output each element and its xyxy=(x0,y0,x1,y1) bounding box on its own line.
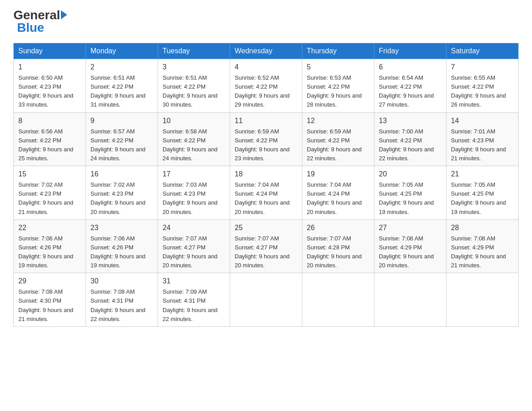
calendar-cell: 13 Sunrise: 7:00 AM Sunset: 4:22 PM Dayl… xyxy=(374,112,446,166)
calendar-cell: 24 Sunrise: 7:07 AM Sunset: 4:27 PM Dayl… xyxy=(158,219,230,273)
calendar-weekday-friday: Friday xyxy=(374,43,446,59)
calendar-cell: 2 Sunrise: 6:51 AM Sunset: 4:22 PM Dayli… xyxy=(86,59,158,113)
day-number: 9 xyxy=(90,116,153,126)
day-info: Sunrise: 7:09 AM Sunset: 4:31 PM Dayligh… xyxy=(163,287,225,324)
calendar-cell: 14 Sunrise: 7:01 AM Sunset: 4:23 PM Dayl… xyxy=(446,112,519,166)
calendar-cell: 23 Sunrise: 7:06 AM Sunset: 4:26 PM Dayl… xyxy=(86,219,158,273)
calendar-cell xyxy=(374,273,446,327)
calendar-weekday-thursday: Thursday xyxy=(302,43,374,59)
day-number: 31 xyxy=(163,276,225,287)
day-info: Sunrise: 6:58 AM Sunset: 4:22 PM Dayligh… xyxy=(163,127,225,163)
day-number: 6 xyxy=(379,62,442,73)
day-info: Sunrise: 7:02 AM Sunset: 4:23 PM Dayligh… xyxy=(18,180,81,217)
logo-arrow-icon xyxy=(61,10,67,19)
day-number: 25 xyxy=(235,223,297,233)
day-number: 13 xyxy=(379,116,442,126)
calendar-cell: 19 Sunrise: 7:04 AM Sunset: 4:24 PM Dayl… xyxy=(302,166,374,220)
calendar-cell: 25 Sunrise: 7:07 AM Sunset: 4:27 PM Dayl… xyxy=(230,219,302,273)
day-number: 2 xyxy=(90,62,153,73)
calendar-cell: 6 Sunrise: 6:54 AM Sunset: 4:22 PM Dayli… xyxy=(374,59,446,113)
calendar-cell xyxy=(302,273,374,327)
calendar-cell: 7 Sunrise: 6:55 AM Sunset: 4:22 PM Dayli… xyxy=(446,59,519,113)
page-header: General Blue xyxy=(13,9,519,34)
calendar-week-row: 29 Sunrise: 7:08 AM Sunset: 4:30 PM Dayl… xyxy=(14,273,519,327)
calendar-cell: 30 Sunrise: 7:08 AM Sunset: 4:31 PM Dayl… xyxy=(86,273,158,327)
day-number: 18 xyxy=(235,169,297,180)
day-info: Sunrise: 6:56 AM Sunset: 4:22 PM Dayligh… xyxy=(18,127,81,163)
day-number: 23 xyxy=(90,223,153,233)
calendar-cell: 16 Sunrise: 7:02 AM Sunset: 4:23 PM Dayl… xyxy=(86,166,158,220)
day-info: Sunrise: 7:08 AM Sunset: 4:31 PM Dayligh… xyxy=(90,287,153,324)
day-info: Sunrise: 7:08 AM Sunset: 4:29 PM Dayligh… xyxy=(451,234,514,270)
calendar-cell xyxy=(446,273,519,327)
day-info: Sunrise: 7:07 AM Sunset: 4:28 PM Dayligh… xyxy=(307,234,369,270)
day-number: 26 xyxy=(307,223,369,233)
day-number: 11 xyxy=(235,116,297,126)
day-number: 15 xyxy=(18,169,81,180)
day-info: Sunrise: 7:04 AM Sunset: 4:24 PM Dayligh… xyxy=(307,180,369,217)
day-info: Sunrise: 7:08 AM Sunset: 4:29 PM Dayligh… xyxy=(379,234,442,270)
calendar-weekday-saturday: Saturday xyxy=(446,43,519,59)
calendar-cell: 21 Sunrise: 7:05 AM Sunset: 4:25 PM Dayl… xyxy=(446,166,519,220)
day-number: 14 xyxy=(451,116,514,126)
calendar-cell: 9 Sunrise: 6:57 AM Sunset: 4:22 PM Dayli… xyxy=(86,112,158,166)
day-info: Sunrise: 7:06 AM Sunset: 4:26 PM Dayligh… xyxy=(18,234,81,270)
day-info: Sunrise: 6:59 AM Sunset: 4:22 PM Dayligh… xyxy=(307,127,369,163)
calendar-header-row: SundayMondayTuesdayWednesdayThursdayFrid… xyxy=(14,43,519,59)
logo-general-text: General xyxy=(13,9,60,21)
day-number: 24 xyxy=(163,223,225,233)
calendar-cell: 8 Sunrise: 6:56 AM Sunset: 4:22 PM Dayli… xyxy=(14,112,86,166)
calendar-weekday-sunday: Sunday xyxy=(14,43,86,59)
calendar-cell xyxy=(230,273,302,327)
day-number: 4 xyxy=(235,62,297,73)
calendar-cell: 18 Sunrise: 7:04 AM Sunset: 4:24 PM Dayl… xyxy=(230,166,302,220)
day-number: 8 xyxy=(18,116,81,126)
day-info: Sunrise: 7:05 AM Sunset: 4:25 PM Dayligh… xyxy=(451,180,514,217)
calendar-weekday-tuesday: Tuesday xyxy=(158,43,230,59)
day-number: 10 xyxy=(163,116,225,126)
day-number: 7 xyxy=(451,62,514,73)
calendar-cell: 5 Sunrise: 6:53 AM Sunset: 4:22 PM Dayli… xyxy=(302,59,374,113)
calendar-cell: 17 Sunrise: 7:03 AM Sunset: 4:23 PM Dayl… xyxy=(158,166,230,220)
day-number: 5 xyxy=(307,62,369,73)
day-info: Sunrise: 7:06 AM Sunset: 4:26 PM Dayligh… xyxy=(90,234,153,270)
day-info: Sunrise: 6:50 AM Sunset: 4:23 PM Dayligh… xyxy=(18,73,81,110)
day-info: Sunrise: 7:04 AM Sunset: 4:24 PM Dayligh… xyxy=(235,180,297,217)
calendar-cell: 10 Sunrise: 6:58 AM Sunset: 4:22 PM Dayl… xyxy=(158,112,230,166)
day-number: 21 xyxy=(451,169,514,180)
day-number: 12 xyxy=(307,116,369,126)
calendar-cell: 1 Sunrise: 6:50 AM Sunset: 4:23 PM Dayli… xyxy=(14,59,86,113)
calendar-cell: 4 Sunrise: 6:52 AM Sunset: 4:22 PM Dayli… xyxy=(230,59,302,113)
day-number: 19 xyxy=(307,169,369,180)
day-number: 1 xyxy=(18,62,81,73)
calendar-table: SundayMondayTuesdayWednesdayThursdayFrid… xyxy=(13,43,519,327)
day-number: 27 xyxy=(379,223,442,233)
calendar-cell: 11 Sunrise: 6:59 AM Sunset: 4:22 PM Dayl… xyxy=(230,112,302,166)
day-number: 29 xyxy=(18,276,81,287)
calendar-week-row: 15 Sunrise: 7:02 AM Sunset: 4:23 PM Dayl… xyxy=(14,166,519,220)
day-number: 20 xyxy=(379,169,442,180)
calendar-cell: 22 Sunrise: 7:06 AM Sunset: 4:26 PM Dayl… xyxy=(14,219,86,273)
day-info: Sunrise: 7:07 AM Sunset: 4:27 PM Dayligh… xyxy=(163,234,225,270)
calendar-cell: 29 Sunrise: 7:08 AM Sunset: 4:30 PM Dayl… xyxy=(14,273,86,327)
calendar-weekday-monday: Monday xyxy=(86,43,158,59)
logo-blue-text: Blue xyxy=(17,21,44,34)
day-info: Sunrise: 7:05 AM Sunset: 4:25 PM Dayligh… xyxy=(379,180,442,217)
calendar-cell: 26 Sunrise: 7:07 AM Sunset: 4:28 PM Dayl… xyxy=(302,219,374,273)
calendar-cell: 20 Sunrise: 7:05 AM Sunset: 4:25 PM Dayl… xyxy=(374,166,446,220)
day-number: 3 xyxy=(163,62,225,73)
day-info: Sunrise: 6:57 AM Sunset: 4:22 PM Dayligh… xyxy=(90,127,153,163)
calendar-cell: 3 Sunrise: 6:51 AM Sunset: 4:22 PM Dayli… xyxy=(158,59,230,113)
calendar-week-row: 22 Sunrise: 7:06 AM Sunset: 4:26 PM Dayl… xyxy=(14,219,519,273)
day-info: Sunrise: 6:51 AM Sunset: 4:22 PM Dayligh… xyxy=(90,73,153,110)
day-info: Sunrise: 6:59 AM Sunset: 4:22 PM Dayligh… xyxy=(235,127,297,163)
day-info: Sunrise: 7:01 AM Sunset: 4:23 PM Dayligh… xyxy=(451,127,514,163)
calendar-cell: 28 Sunrise: 7:08 AM Sunset: 4:29 PM Dayl… xyxy=(446,219,519,273)
day-info: Sunrise: 6:51 AM Sunset: 4:22 PM Dayligh… xyxy=(163,73,225,110)
day-info: Sunrise: 7:08 AM Sunset: 4:30 PM Dayligh… xyxy=(18,287,81,324)
day-info: Sunrise: 6:52 AM Sunset: 4:22 PM Dayligh… xyxy=(235,73,297,110)
day-number: 22 xyxy=(18,223,81,233)
calendar-week-row: 8 Sunrise: 6:56 AM Sunset: 4:22 PM Dayli… xyxy=(14,112,519,166)
day-info: Sunrise: 6:55 AM Sunset: 4:22 PM Dayligh… xyxy=(451,73,514,110)
day-number: 28 xyxy=(451,223,514,233)
